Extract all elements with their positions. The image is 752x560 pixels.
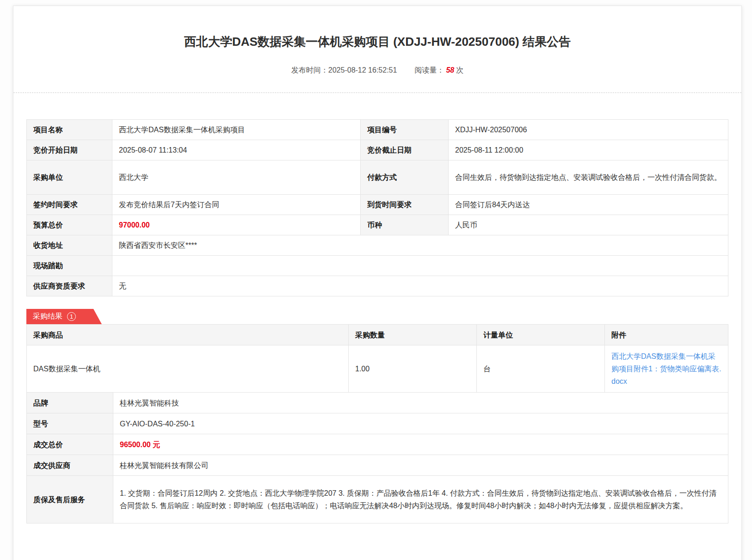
info-value: 发布竞价结果后7天内签订合同 — [112, 195, 361, 215]
info-value: 西北大学DAS数据采集一体机采购项目 — [112, 120, 361, 140]
announcement-card: 西北大学DAS数据采集一体机采购项目 (XDJJ-HW-202507006) 结… — [13, 6, 742, 560]
info-value: 合同签订后84天内送达 — [449, 195, 728, 215]
table-row: 品牌 桂林光翼智能科技 — [27, 393, 728, 413]
final-price-value: 96500.00 元 — [113, 434, 728, 455]
detail-label: 型号 — [27, 413, 113, 434]
info-label: 采购单位 — [27, 160, 112, 195]
info-label: 签约时间要求 — [27, 195, 112, 215]
info-value — [112, 256, 728, 276]
publish-meta: 发布时间：2025-08-12 16:52:51阅读量：58次 — [13, 66, 741, 75]
info-value: 陕西省西安市长安区**** — [112, 235, 728, 256]
info-label: 到货时间要求 — [361, 195, 449, 215]
info-label: 竞价开始日期 — [27, 140, 112, 160]
table-row: DAS数据采集一体机 1.00 台 西北大学DAS数据采集一体机采购项目附件1：… — [27, 345, 728, 393]
badge-label: 采购结果 — [33, 312, 62, 321]
info-value: 西北大学 — [112, 160, 361, 195]
table-row: 竞价开始日期 2025-08-07 11:13:04 竞价截止日期 2025-0… — [27, 140, 728, 160]
detail-label: 质保及售后服务 — [27, 476, 113, 523]
table-row: 收货地址 陕西省西安市长安区**** — [27, 235, 728, 256]
table-row: 采购单位 西北大学 付款方式 合同生效后，待货物到达指定地点、安装调试验收合格后… — [27, 160, 728, 195]
detail-label: 品牌 — [27, 393, 113, 413]
badge-number: 1 — [67, 312, 76, 321]
column-header-quantity: 采购数量 — [349, 325, 477, 345]
table-row: 成交总价 96500.00 元 — [27, 434, 728, 455]
info-label: 项目编号 — [361, 120, 449, 140]
supplier-value: 桂林光翼智能科技有限公司 — [113, 455, 728, 476]
table-row: 签约时间要求 发布竞价结果后7天内签订合同 到货时间要求 合同签订后84天内送达 — [27, 195, 728, 215]
product-name: DAS数据采集一体机 — [27, 345, 349, 393]
product-unit: 台 — [477, 345, 605, 393]
info-label: 现场踏勘 — [27, 256, 112, 276]
detail-label: 成交供应商 — [27, 455, 113, 476]
info-value: 合同生效后，待货物到达指定地点、安装调试验收合格后，一次性付清合同货款。 — [449, 160, 728, 195]
column-header-unit: 计量单位 — [477, 325, 605, 345]
info-label: 收货地址 — [27, 235, 112, 256]
page-title: 西北大学DAS数据采集一体机采购项目 (XDJJ-HW-202507006) 结… — [13, 34, 741, 49]
result-detail-table: 品牌 桂林光翼智能科技 型号 GY-AIO-DAS-40-250-1 成交总价 … — [26, 392, 728, 523]
table-row: 供应商资质要求 无 — [27, 276, 728, 296]
brand-value: 桂林光翼智能科技 — [113, 393, 728, 413]
info-label: 竞价截止日期 — [361, 140, 449, 160]
table-row: 质保及售后服务 1. 交货期：合同签订后12周内 2. 交货地点：西北大学物理学… — [27, 476, 728, 523]
project-info-table: 项目名称 西北大学DAS数据采集一体机采购项目 项目编号 XDJJ-HW-202… — [26, 119, 728, 296]
table-row: 成交供应商 桂林光翼智能科技有限公司 — [27, 455, 728, 476]
info-value: 人民币 — [449, 215, 728, 235]
detail-label: 成交总价 — [27, 434, 113, 455]
model-value: GY-AIO-DAS-40-250-1 — [113, 413, 728, 434]
publish-time-label: 发布时间： — [291, 66, 328, 74]
info-label: 项目名称 — [27, 120, 112, 140]
table-row: 项目名称 西北大学DAS数据采集一体机采购项目 项目编号 XDJJ-HW-202… — [27, 120, 728, 140]
table-row: 现场踏勘 — [27, 256, 728, 276]
info-label: 供应商资质要求 — [27, 276, 112, 296]
procurement-result-badge: 采购结果 1 — [26, 309, 102, 324]
table-row: 预算总价 97000.00 币种 人民币 — [27, 215, 728, 235]
info-value: 2025-08-11 12:00:00 — [449, 140, 728, 160]
announcement-header: 西北大学DAS数据采集一体机采购项目 (XDJJ-HW-202507006) 结… — [13, 6, 741, 93]
table-row: 型号 GY-AIO-DAS-40-250-1 — [27, 413, 728, 434]
info-value: 无 — [112, 276, 728, 296]
info-label: 币种 — [361, 215, 449, 235]
views-unit: 次 — [456, 66, 463, 74]
table-header-row: 采购商品 采购数量 计量单位 附件 — [27, 325, 728, 345]
warranty-service-value: 1. 交货期：合同签订后12周内 2. 交货地点：西北大学物理学院207 3. … — [113, 476, 728, 523]
publish-time-value: 2025-08-12 16:52:51 — [328, 66, 397, 74]
column-header-attachment: 附件 — [605, 325, 728, 345]
info-label: 预算总价 — [27, 215, 112, 235]
info-label: 付款方式 — [361, 160, 449, 195]
column-header-product: 采购商品 — [27, 325, 349, 345]
announcement-body: 项目名称 西北大学DAS数据采集一体机采购项目 项目编号 XDJJ-HW-202… — [13, 119, 741, 523]
info-value: 2025-08-07 11:13:04 — [112, 140, 361, 160]
procurement-result-table: 采购商品 采购数量 计量单位 附件 DAS数据采集一体机 1.00 台 西北大学… — [26, 324, 728, 393]
views-count: 58 — [446, 66, 454, 74]
attachment-link[interactable]: 西北大学DAS数据采集一体机采购项目附件1：货物类响应偏离表.docx — [611, 352, 721, 385]
budget-total-value: 97000.00 — [112, 215, 361, 235]
info-value: XDJJ-HW-202507006 — [449, 120, 728, 140]
views-label: 阅读量： — [414, 66, 444, 74]
product-quantity: 1.00 — [349, 345, 477, 393]
